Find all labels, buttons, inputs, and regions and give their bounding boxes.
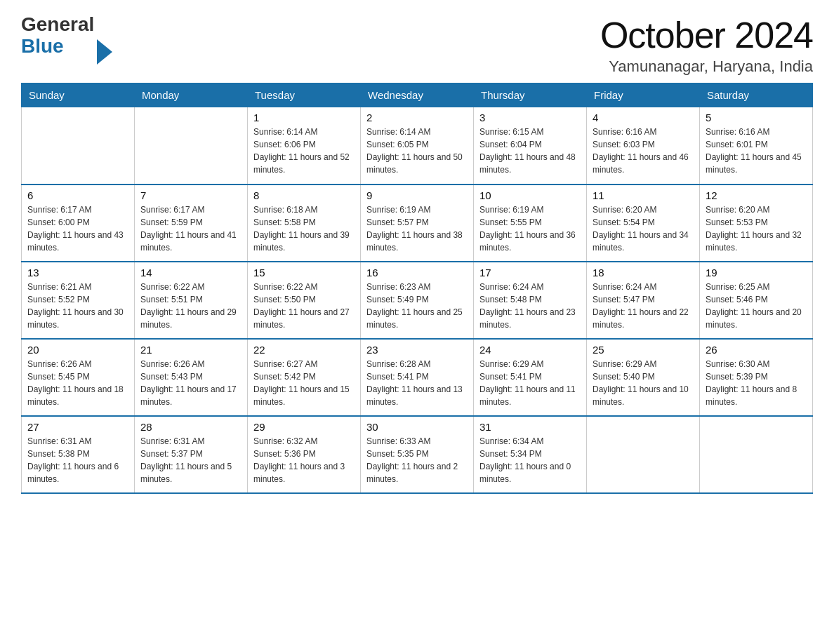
day-info: Sunrise: 6:22 AMSunset: 5:51 PMDaylight:… <box>140 281 241 331</box>
day-number: 25 <box>593 344 694 356</box>
day-number: 29 <box>253 421 355 433</box>
calendar-cell: 15Sunrise: 6:22 AMSunset: 5:50 PMDayligh… <box>248 262 361 339</box>
day-number: 13 <box>27 267 128 279</box>
calendar-cell: 11Sunrise: 6:20 AMSunset: 5:54 PMDayligh… <box>587 185 700 262</box>
calendar-cell: 12Sunrise: 6:20 AMSunset: 5:53 PMDayligh… <box>700 185 813 262</box>
calendar-cell: 5Sunrise: 6:16 AMSunset: 6:01 PMDaylight… <box>700 107 813 185</box>
calendar-cell: 7Sunrise: 6:17 AMSunset: 5:59 PMDaylight… <box>135 185 248 262</box>
calendar-cell: 1Sunrise: 6:14 AMSunset: 6:06 PMDaylight… <box>248 107 361 185</box>
day-info: Sunrise: 6:26 AMSunset: 5:43 PMDaylight:… <box>140 358 241 408</box>
day-number: 17 <box>479 267 581 279</box>
day-info: Sunrise: 6:16 AMSunset: 6:01 PMDaylight:… <box>706 126 807 176</box>
day-number: 7 <box>140 189 241 201</box>
weekday-header-saturday: Saturday <box>700 83 813 107</box>
calendar-cell: 16Sunrise: 6:23 AMSunset: 5:49 PMDayligh… <box>361 262 474 339</box>
day-info: Sunrise: 6:19 AMSunset: 5:55 PMDaylight:… <box>479 203 581 254</box>
weekday-header-thursday: Thursday <box>474 83 587 107</box>
day-number: 4 <box>593 112 694 123</box>
day-info: Sunrise: 6:26 AMSunset: 5:45 PMDaylight:… <box>27 358 128 408</box>
day-number: 30 <box>366 421 468 433</box>
day-info: Sunrise: 6:21 AMSunset: 5:52 PMDaylight:… <box>27 281 128 331</box>
logo-blue: Blue <box>21 36 94 58</box>
day-number: 23 <box>366 344 468 356</box>
day-number: 10 <box>479 189 581 201</box>
calendar-cell: 14Sunrise: 6:22 AMSunset: 5:51 PMDayligh… <box>135 262 248 339</box>
day-number: 1 <box>253 112 355 123</box>
calendar-cell: 13Sunrise: 6:21 AMSunset: 5:52 PMDayligh… <box>22 262 135 339</box>
day-info: Sunrise: 6:30 AMSunset: 5:39 PMDaylight:… <box>706 358 807 408</box>
calendar-cell: 8Sunrise: 6:18 AMSunset: 5:58 PMDaylight… <box>248 185 361 262</box>
calendar-table: SundayMondayTuesdayWednesdayThursdayFrid… <box>21 83 813 494</box>
calendar-cell: 9Sunrise: 6:19 AMSunset: 5:57 PMDaylight… <box>361 185 474 262</box>
day-info: Sunrise: 6:32 AMSunset: 5:36 PMDaylight:… <box>253 435 355 485</box>
day-info: Sunrise: 6:20 AMSunset: 5:53 PMDaylight:… <box>706 203 807 254</box>
calendar-cell: 20Sunrise: 6:26 AMSunset: 5:45 PMDayligh… <box>22 339 135 416</box>
calendar-cell <box>587 416 700 493</box>
calendar-cell: 17Sunrise: 6:24 AMSunset: 5:48 PMDayligh… <box>474 262 587 339</box>
day-info: Sunrise: 6:29 AMSunset: 5:40 PMDaylight:… <box>593 358 694 408</box>
calendar-cell: 18Sunrise: 6:24 AMSunset: 5:47 PMDayligh… <box>587 262 700 339</box>
calendar-cell: 27Sunrise: 6:31 AMSunset: 5:38 PMDayligh… <box>22 416 135 493</box>
day-info: Sunrise: 6:29 AMSunset: 5:41 PMDaylight:… <box>479 358 581 408</box>
day-info: Sunrise: 6:24 AMSunset: 5:47 PMDaylight:… <box>593 281 694 331</box>
day-number: 24 <box>479 344 581 356</box>
day-info: Sunrise: 6:27 AMSunset: 5:42 PMDaylight:… <box>253 358 355 408</box>
calendar-cell: 21Sunrise: 6:26 AMSunset: 5:43 PMDayligh… <box>135 339 248 416</box>
day-info: Sunrise: 6:31 AMSunset: 5:38 PMDaylight:… <box>27 435 128 485</box>
day-number: 19 <box>706 267 807 279</box>
week-row-2: 6Sunrise: 6:17 AMSunset: 6:00 PMDaylight… <box>22 185 813 262</box>
day-info: Sunrise: 6:14 AMSunset: 6:06 PMDaylight:… <box>253 126 355 176</box>
day-number: 18 <box>593 267 694 279</box>
day-info: Sunrise: 6:14 AMSunset: 6:05 PMDaylight:… <box>366 126 468 176</box>
day-info: Sunrise: 6:17 AMSunset: 5:59 PMDaylight:… <box>140 203 241 254</box>
day-number: 31 <box>479 421 581 433</box>
calendar-cell: 31Sunrise: 6:34 AMSunset: 5:34 PMDayligh… <box>474 416 587 493</box>
day-number: 3 <box>479 112 581 123</box>
day-info: Sunrise: 6:31 AMSunset: 5:37 PMDaylight:… <box>140 435 241 485</box>
calendar-cell: 22Sunrise: 6:27 AMSunset: 5:42 PMDayligh… <box>248 339 361 416</box>
calendar-cell: 3Sunrise: 6:15 AMSunset: 6:04 PMDaylight… <box>474 107 587 185</box>
logo: General Blue <box>21 14 112 58</box>
day-number: 9 <box>366 189 468 201</box>
calendar-cell <box>22 107 135 185</box>
calendar-cell: 24Sunrise: 6:29 AMSunset: 5:41 PMDayligh… <box>474 339 587 416</box>
day-number: 2 <box>366 112 468 123</box>
calendar-cell <box>700 416 813 493</box>
calendar-cell <box>135 107 248 185</box>
day-number: 14 <box>140 267 241 279</box>
week-row-1: 1Sunrise: 6:14 AMSunset: 6:06 PMDaylight… <box>22 107 813 185</box>
calendar-cell: 29Sunrise: 6:32 AMSunset: 5:36 PMDayligh… <box>248 416 361 493</box>
calendar-cell: 2Sunrise: 6:14 AMSunset: 6:05 PMDaylight… <box>361 107 474 185</box>
day-number: 16 <box>366 267 468 279</box>
day-number: 11 <box>593 189 694 201</box>
day-info: Sunrise: 6:20 AMSunset: 5:54 PMDaylight:… <box>593 203 694 254</box>
weekday-header-tuesday: Tuesday <box>248 83 361 107</box>
calendar-cell: 10Sunrise: 6:19 AMSunset: 5:55 PMDayligh… <box>474 185 587 262</box>
week-row-5: 27Sunrise: 6:31 AMSunset: 5:38 PMDayligh… <box>22 416 813 493</box>
day-number: 21 <box>140 344 241 356</box>
day-info: Sunrise: 6:18 AMSunset: 5:58 PMDaylight:… <box>253 203 355 254</box>
calendar-cell: 6Sunrise: 6:17 AMSunset: 6:00 PMDaylight… <box>22 185 135 262</box>
day-info: Sunrise: 6:22 AMSunset: 5:50 PMDaylight:… <box>253 281 355 331</box>
day-info: Sunrise: 6:25 AMSunset: 5:46 PMDaylight:… <box>706 281 807 331</box>
day-number: 12 <box>706 189 807 201</box>
calendar-cell: 28Sunrise: 6:31 AMSunset: 5:37 PMDayligh… <box>135 416 248 493</box>
logo-arrow-icon <box>97 39 112 65</box>
day-info: Sunrise: 6:17 AMSunset: 6:00 PMDaylight:… <box>27 203 128 254</box>
title-area: October 2024 Yamunanagar, Haryana, India <box>600 14 813 76</box>
weekday-header-friday: Friday <box>587 83 700 107</box>
page-header: General Blue October 2024 Yamunanagar, H… <box>21 14 813 76</box>
day-info: Sunrise: 6:19 AMSunset: 5:57 PMDaylight:… <box>366 203 468 254</box>
weekday-header-wednesday: Wednesday <box>361 83 474 107</box>
week-row-4: 20Sunrise: 6:26 AMSunset: 5:45 PMDayligh… <box>22 339 813 416</box>
calendar-cell: 30Sunrise: 6:33 AMSunset: 5:35 PMDayligh… <box>361 416 474 493</box>
day-number: 15 <box>253 267 355 279</box>
day-info: Sunrise: 6:24 AMSunset: 5:48 PMDaylight:… <box>479 281 581 331</box>
calendar-cell: 4Sunrise: 6:16 AMSunset: 6:03 PMDaylight… <box>587 107 700 185</box>
day-number: 28 <box>140 421 241 433</box>
day-info: Sunrise: 6:34 AMSunset: 5:34 PMDaylight:… <box>479 435 581 485</box>
day-info: Sunrise: 6:23 AMSunset: 5:49 PMDaylight:… <box>366 281 468 331</box>
day-info: Sunrise: 6:28 AMSunset: 5:41 PMDaylight:… <box>366 358 468 408</box>
day-info: Sunrise: 6:15 AMSunset: 6:04 PMDaylight:… <box>479 126 581 176</box>
calendar-cell: 26Sunrise: 6:30 AMSunset: 5:39 PMDayligh… <box>700 339 813 416</box>
